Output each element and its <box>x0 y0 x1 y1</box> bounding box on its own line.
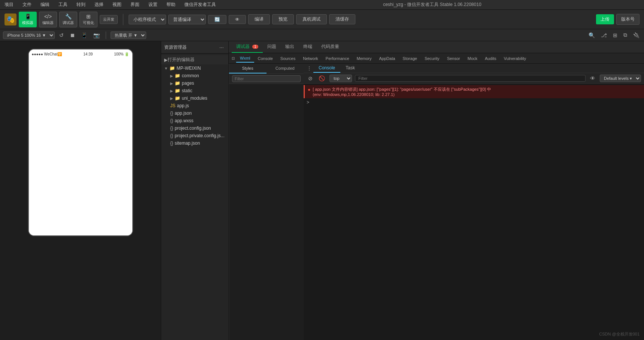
static-arrow: ▶ <box>170 89 173 93</box>
nav-tab-memory[interactable]: Memory <box>353 55 376 62</box>
main-area: ●●●●● WeChat🛜 14:39 100% 🔋 资源管理器 ··· ▶ 打… <box>0 41 644 340</box>
opened-editors-header[interactable]: ▶ 打开的编辑器 <box>161 55 228 64</box>
console-content: ● [ app.json 文件内容错误] app.json: ["pages"]… <box>304 84 644 340</box>
menu-item-help[interactable]: 帮助 <box>165 1 177 9</box>
nav-tab-performance[interactable]: Performance <box>322 55 353 62</box>
console-eye-button[interactable]: 👁 <box>589 75 597 82</box>
nav-tab-audits[interactable]: Audits <box>481 55 500 62</box>
clean-cache-button[interactable]: 清缓存 <box>329 14 355 24</box>
tree-item-appjson[interactable]: {} app.json <box>161 109 228 117</box>
menu-item-edit[interactable]: 编辑 <box>39 1 51 9</box>
tree-item-static[interactable]: ▶ 📁 static <box>161 87 228 94</box>
console-error-row: ● [ app.json 文件内容错误] app.json: ["pages"]… <box>304 85 644 98</box>
console-clear-button[interactable]: ⊘ <box>307 75 314 82</box>
nav-tab-wxml[interactable]: Wxml <box>236 54 254 63</box>
nav-tab-console[interactable]: Console <box>254 55 277 62</box>
console-tab-task[interactable]: Task <box>340 64 360 73</box>
nav-tab-appdata[interactable]: AppData <box>375 55 399 62</box>
console-context-select[interactable]: top <box>329 75 352 82</box>
eye-button[interactable]: 👁 <box>229 15 246 24</box>
console-level-select[interactable]: Default levels ▾ <box>600 75 641 82</box>
editor-button[interactable]: </> 编辑器 <box>39 12 57 27</box>
bug-icon: 🔧 <box>65 13 72 19</box>
menu-item-goto[interactable]: 转到 <box>75 1 87 9</box>
menu-item-tools[interactable]: 工具 <box>57 1 69 9</box>
simulator-button[interactable]: 📱 模拟器 <box>19 12 37 27</box>
hotreload-select[interactable]: 热重载 开 ▼ <box>111 31 146 39</box>
tree-item-sitemap[interactable]: {} sitemap.json <box>161 139 228 147</box>
grid-button[interactable]: ⊞ <box>611 31 619 39</box>
console-preserve-button[interactable]: 🚫 <box>317 75 326 82</box>
tree-item-appwxss[interactable]: {} app.wxss <box>161 117 228 124</box>
tab-terminal[interactable]: 终端 <box>299 41 317 53</box>
menu-item-project[interactable]: 项目 <box>3 1 15 9</box>
debugger-button[interactable]: 🔧 调试器 <box>59 12 77 27</box>
console-filter-input[interactable] <box>355 75 586 82</box>
console-tab-console[interactable]: Console <box>313 64 340 73</box>
visible-button[interactable]: ⊞ 可视化 <box>79 12 97 27</box>
reload-button[interactable]: ↺ <box>58 31 65 39</box>
tree-item-appjs[interactable]: JS app.js <box>161 102 228 109</box>
filetree-header: 资源管理器 ··· <box>161 41 228 54</box>
tab-debugger[interactable]: 调试器 1 <box>232 41 263 53</box>
menu-item-view[interactable]: 视图 <box>111 1 123 9</box>
split-button[interactable]: ⧉ <box>622 31 629 39</box>
nav-tab-network[interactable]: Network <box>299 55 322 62</box>
filetree-more-button[interactable]: ··· <box>218 43 225 51</box>
nav-tab-sources[interactable]: Sources <box>277 55 299 62</box>
tree-root-mpweixin[interactable]: ▼ 📁 MP-WEIXIN <box>161 64 228 72</box>
wxml-nav-icon[interactable]: ⊡ <box>230 55 236 61</box>
console-prompt-row[interactable]: > <box>304 98 644 106</box>
search-button-secondary[interactable]: 🔍 <box>587 31 596 39</box>
menu-item-wechat-tool[interactable]: 微信开发者工具 <box>183 1 217 9</box>
compile-type-select[interactable]: 普通编译 <box>168 15 206 24</box>
extension-button[interactable]: 🔌 <box>632 31 641 39</box>
folder-icon-common: 📁 <box>175 73 180 78</box>
screenshot-button[interactable]: 📷 <box>92 31 101 39</box>
tree-item-projectconfig[interactable]: {} project.config.json <box>161 124 228 132</box>
device-select[interactable]: iPhone 5 100% 16 ▼ <box>3 31 55 39</box>
tab-problems[interactable]: 问题 <box>263 41 281 53</box>
main-toolbar: 🎭 📱 模拟器 </> 编辑器 🔧 调试器 ⊞ 可视化 云开发 小程序模式 普通… <box>0 10 644 29</box>
mode-select[interactable]: 小程序模式 <box>129 15 166 24</box>
phone-time: 14:39 <box>83 52 93 56</box>
menu-item-settings[interactable]: 设置 <box>147 1 159 9</box>
stop-button[interactable]: ⏹ <box>68 31 76 39</box>
nav-tab-storage[interactable]: Storage <box>399 55 421 62</box>
real-machine-button[interactable]: 真机调试 <box>296 14 327 24</box>
styles-tab-computed[interactable]: Computed <box>267 64 304 73</box>
nav-tab-mock[interactable]: Mock <box>464 55 481 62</box>
tab-code-quality[interactable]: 代码质量 <box>317 41 344 53</box>
refresh-button[interactable]: 🔄 <box>208 15 226 24</box>
tree-item-projectconfig-label: project.config.json <box>175 126 211 131</box>
styles-tab-styles[interactable]: Styles <box>229 64 267 73</box>
tree-item-uni-modules[interactable]: ▶ 📁 uni_modules <box>161 94 228 102</box>
tree-item-projectprivate[interactable]: {} project.private.config.js... <box>161 132 228 139</box>
styles-filter-input[interactable] <box>232 75 301 82</box>
git-button[interactable]: ⎇ <box>599 31 608 39</box>
tree-item-common[interactable]: ▶ 📁 common <box>161 72 228 79</box>
json-icon-config: {} <box>170 126 173 131</box>
uni-modules-arrow: ▶ <box>170 96 173 100</box>
nav-tab-sensor[interactable]: Sensor <box>443 55 464 62</box>
avatar: 🎭 <box>4 13 16 25</box>
console-menu-button[interactable]: ⋮ <box>305 64 313 73</box>
devtools-nav: ⊡ Wxml Console Sources Network Performan… <box>229 53 644 64</box>
folder-icon-pages: 📁 <box>175 81 180 86</box>
menu-item-select[interactable]: 选择 <box>93 1 105 9</box>
menu-item-file[interactable]: 文件 <box>21 1 33 9</box>
preview-button[interactable]: 预览 <box>272 14 294 24</box>
error-icon: ● <box>308 87 310 92</box>
cloud-button[interactable]: 云开发 <box>100 15 118 24</box>
phone-portrait-button[interactable]: 📱 <box>79 31 89 39</box>
version-button[interactable]: 版本号 <box>616 14 640 25</box>
tab-output[interactable]: 输出 <box>281 41 299 53</box>
menu-item-interface[interactable]: 界面 <box>129 1 141 9</box>
compile-button[interactable]: 编译 <box>248 14 270 24</box>
console-error-message: [ app.json 文件内容错误] app.json: ["pages"][1… <box>313 87 491 97</box>
tree-item-pages[interactable]: ▶ 📁 pages <box>161 79 228 87</box>
upload-button[interactable]: 上传 <box>596 14 614 24</box>
tree-item-uni-label: uni_modules <box>182 96 207 101</box>
nav-tab-security[interactable]: Security <box>421 55 443 62</box>
nav-tab-vulnerability[interactable]: Vulnerability <box>500 55 530 62</box>
